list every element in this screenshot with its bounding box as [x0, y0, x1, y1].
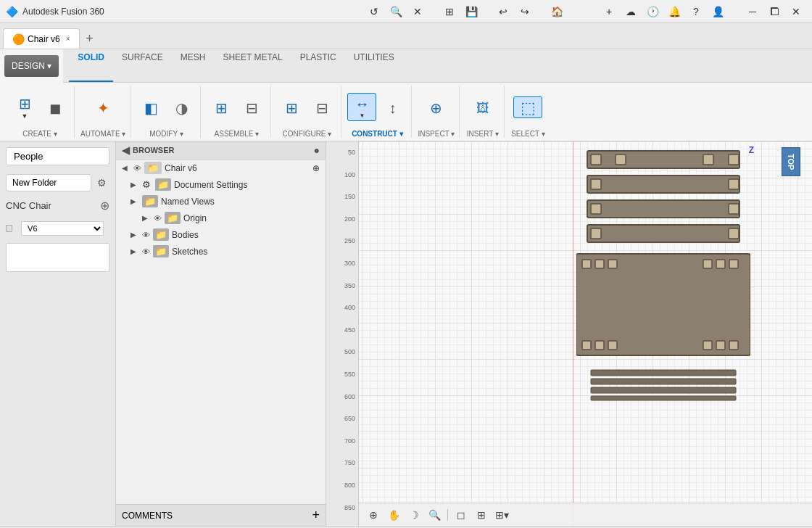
- refresh-btn[interactable]: ↺: [364, 1, 384, 22]
- svg-rect-1: [591, 154, 601, 165]
- cnc-label: CNC Chair: [6, 200, 51, 211]
- home-btn[interactable]: 🏠: [547, 1, 567, 22]
- extrude-dropdown[interactable]: ▼: [22, 112, 28, 120]
- cnc-row[interactable]: CNC Chair ⊕: [0, 194, 115, 217]
- root-settings-icon[interactable]: ⊕: [312, 163, 320, 173]
- ribbon-tab-plastic[interactable]: PLASTIC: [291, 49, 345, 82]
- bell-btn[interactable]: 🔔: [664, 1, 684, 22]
- tab-add-btn[interactable]: +: [80, 28, 100, 49]
- svg-rect-13: [729, 228, 739, 239]
- configure-btn2[interactable]: ⊟: [307, 97, 336, 117]
- ribbon-tab-mesh[interactable]: MESH: [172, 49, 215, 82]
- crosshair-vertical: [573, 141, 573, 526]
- clock-btn[interactable]: 🕐: [642, 1, 663, 22]
- create-extrude-btn[interactable]: ⊞ ▼: [10, 93, 39, 122]
- orbit-tool-btn[interactable]: ✋: [385, 506, 402, 524]
- pan-tool-btn[interactable]: ☽: [405, 506, 423, 524]
- redo-btn[interactable]: ↪: [515, 1, 535, 22]
- create-btns: ⊞ ▼ ◼: [10, 86, 70, 128]
- joint-icon: ⊞: [215, 101, 228, 115]
- svg-rect-22: [595, 341, 604, 350]
- display-mode-btn[interactable]: ◻: [452, 506, 470, 524]
- browser-title: ◀ BROWSER: [122, 144, 174, 156]
- viewport[interactable]: 50 100 150 200 250 300 350 400 450 500 5…: [326, 141, 812, 526]
- cloud-btn[interactable]: ☁: [621, 1, 641, 22]
- tree-item-doc-settings[interactable]: ▶ ⚙ 📁 Document Settings: [116, 176, 326, 193]
- svg-rect-20: [729, 260, 738, 268]
- ruler-mark-200: 200: [326, 215, 358, 238]
- create-box-btn[interactable]: ◼: [41, 97, 70, 117]
- user-btn[interactable]: 👤: [708, 1, 728, 22]
- browser-header: ◀ BROWSER ●: [116, 141, 326, 160]
- design-mode-btn[interactable]: DESIGN ▾: [4, 55, 59, 77]
- ruler-mark-850: 850: [326, 504, 358, 527]
- select-group-label: SELECT ▾: [511, 130, 545, 138]
- view-cube-top-label[interactable]: TOP: [782, 147, 800, 176]
- tree-root[interactable]: ◀ 👁 📁 Chair v6 ⊕: [116, 160, 326, 176]
- new-folder-btn[interactable]: New Folder: [6, 174, 91, 191]
- browser-title-label: BROWSER: [133, 146, 174, 154]
- automate-btn[interactable]: ✦: [88, 97, 117, 117]
- modify-group-label: MODIFY ▾: [149, 130, 183, 138]
- ribbon-tab-solid[interactable]: SOLID: [69, 49, 113, 82]
- sketches-visibility-icon[interactable]: 👁: [142, 247, 150, 256]
- sidebar-gear-btn[interactable]: ⚙: [94, 174, 109, 191]
- chair-drawing: [576, 145, 750, 500]
- people-btn[interactable]: People: [6, 147, 109, 165]
- configure-btn1[interactable]: ⊞: [277, 97, 306, 117]
- snap-toggle-btn[interactable]: ⊞▾: [493, 506, 510, 524]
- active-tab[interactable]: 🟠 Chair v6 ×: [3, 28, 80, 49]
- svg-rect-25: [716, 341, 725, 350]
- assemble-joint-btn[interactable]: ⊞: [207, 97, 236, 117]
- assemble-group-label: ASSEMBLE ▾: [215, 130, 260, 138]
- view-cube[interactable]: TOP: [782, 147, 800, 176]
- undo-btn[interactable]: ↩: [493, 1, 513, 22]
- title-bar-left: 🔷 Autodesk Fusion 360: [6, 6, 104, 17]
- ribbon-tab-surface[interactable]: SURFACE: [113, 49, 172, 82]
- ruler-mark-50: 50: [326, 149, 358, 171]
- maximize-btn[interactable]: ⧠: [764, 1, 784, 22]
- search-btn[interactable]: 🔍: [386, 1, 406, 22]
- tree-item-sketches[interactable]: ▶ 👁 📁 Sketches: [116, 243, 326, 260]
- svg-rect-3: [703, 154, 713, 165]
- ribbon-tab-sheetmetal[interactable]: SHEET METAL: [214, 49, 291, 82]
- inspect-measure-btn[interactable]: ⊕: [422, 97, 451, 117]
- svg-rect-24: [703, 341, 712, 350]
- modify-press-pull-btn[interactable]: ◧: [136, 97, 165, 117]
- grid-toggle-btn[interactable]: ⊞: [473, 506, 490, 524]
- ribbon-group-modify: ◧ ◑ MODIFY ▾: [132, 86, 201, 138]
- close-doc-btn[interactable]: ✕: [407, 1, 428, 22]
- new-tab-btn[interactable]: +: [599, 1, 619, 22]
- save-btn[interactable]: 💾: [461, 1, 481, 22]
- ribbon-tab-utilities[interactable]: UTILITIES: [345, 49, 403, 82]
- close-btn[interactable]: ✕: [786, 1, 806, 22]
- construct-plane-btn[interactable]: ↔ ▼: [347, 93, 376, 121]
- tree-item-origin[interactable]: ▶ 👁 📁 Origin: [116, 210, 326, 226]
- tree-item-named-views[interactable]: ▶ 📁 Named Views: [116, 193, 326, 210]
- version-select[interactable]: V6: [21, 221, 104, 236]
- root-visibility-icon[interactable]: 👁: [133, 164, 141, 173]
- browser-close-btn[interactable]: ●: [314, 144, 320, 156]
- zoom-fit-btn[interactable]: 🔍: [426, 506, 443, 524]
- select-btn[interactable]: ⬚: [513, 96, 542, 118]
- modify-fillet-btn[interactable]: ◑: [167, 97, 196, 117]
- insert-image-btn[interactable]: 🖼: [468, 98, 497, 117]
- svg-rect-16: [595, 260, 604, 268]
- browser-collapse-btn[interactable]: ◀: [122, 144, 130, 156]
- inspect-group-label: INSPECT ▾: [418, 130, 455, 138]
- origin-visibility-icon[interactable]: 👁: [154, 214, 162, 223]
- tree-item-bodies[interactable]: ▶ 👁 📁 Bodies: [116, 226, 326, 243]
- ribbon: DESIGN ▾ SOLID SURFACE MESH SHEET METAL …: [0, 49, 812, 141]
- named-views-label: Named Views: [161, 197, 215, 207]
- bodies-visibility-icon[interactable]: 👁: [142, 231, 150, 239]
- grid-btn[interactable]: ⊞: [439, 1, 460, 22]
- move-tool-btn[interactable]: ⊕: [365, 506, 382, 524]
- tab-close-btn[interactable]: ×: [66, 35, 70, 43]
- tab-chair-icon: 🟠: [12, 33, 25, 45]
- help-btn[interactable]: ?: [686, 1, 706, 22]
- construct-axis-btn[interactable]: ↕: [378, 97, 407, 117]
- automate-icon: ✦: [97, 101, 109, 115]
- minimize-btn[interactable]: ─: [742, 1, 763, 22]
- assemble-rigid-btn[interactable]: ⊟: [237, 97, 266, 117]
- comments-add-btn[interactable]: +: [312, 508, 320, 523]
